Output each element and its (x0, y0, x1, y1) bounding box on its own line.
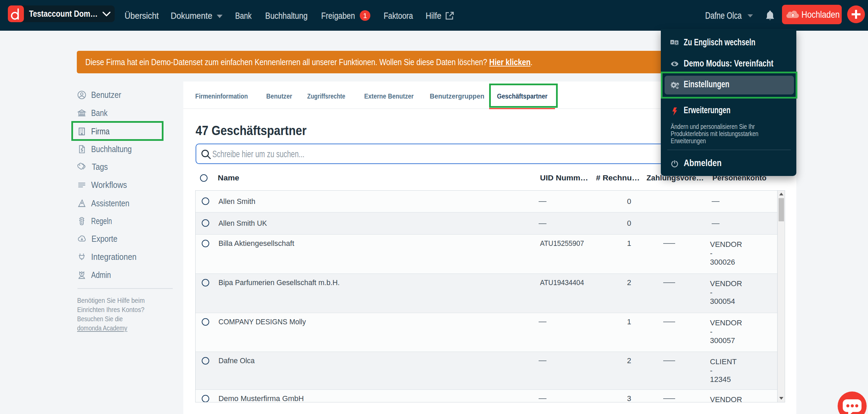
svg-text:A: A (671, 41, 673, 44)
svg-text:文: 文 (675, 41, 678, 45)
